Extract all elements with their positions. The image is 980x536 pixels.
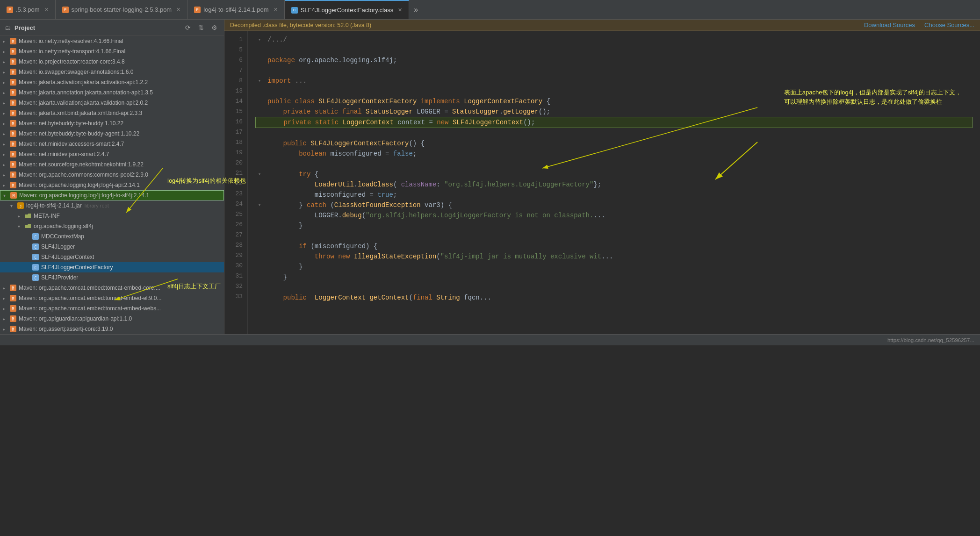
tree-arrow-icon[interactable] [3,152,9,157]
tree-arrow-icon[interactable] [3,49,9,54]
line-number: 15 [224,107,247,117]
tree-arrow-icon[interactable] [3,316,9,322]
tree-arrow-icon[interactable] [3,39,9,44]
tree-arrow-icon[interactable] [3,121,9,126]
download-sources-link[interactable]: Download Sources [864,21,915,29]
tree-file-icon: M [9,284,17,292]
tree-item[interactable]: MMaven: org.assertj:assertj-core:3.19.0 [0,324,224,334]
code-editor: Decompiled .class file, bytecode version… [224,20,980,334]
tree-arrow-icon[interactable] [3,59,9,64]
tree-arrow-icon[interactable] [3,100,9,106]
tree-arrow-icon[interactable] [3,70,9,75]
line-number: 8 [224,76,247,86]
tree-arrow-icon[interactable] [3,90,9,95]
gutter-empty [255,232,264,240]
tab-class1[interactable]: C SLF4JLoggerContextFactory.class ✕ [285,0,409,19]
tree-item[interactable]: Jlog4j-to-slf4j-2.14.1.jarlibrary root [0,200,224,211]
gutter-empty [255,139,264,148]
code-tokens: LOGGER.debug("org.slf4j.helpers.Log4jLog… [267,210,605,221]
tree-item[interactable]: MMaven: net.minidev:accessors-smart:2.4.… [0,139,224,149]
tree-item[interactable]: MMaven: org.apache.logging.log4j:log4j-t… [0,190,224,200]
tree-arrow-icon[interactable] [3,286,9,291]
tree-item[interactable]: MMaven: jakarta.annotation:jakarta.annot… [0,87,224,98]
tree-arrow-icon[interactable] [3,296,9,301]
tree-item[interactable]: CSLF4JLogger [0,242,224,252]
tree-file-icon: M [9,130,17,137]
svg-text:M: M [12,286,14,291]
token: } [267,222,303,229]
tab-pom2[interactable]: P spring-boot-starter-logging-2.5.3.pom … [56,0,188,19]
tree-arrow-icon[interactable] [3,183,9,188]
token: StatusLogger [366,108,413,115]
code-line [255,86,973,96]
tab-pom3[interactable]: P log4j-to-slf4j-2.14.1.pom ✕ [187,0,284,19]
tab-close-pom2[interactable]: ✕ [176,7,180,13]
tab-overflow[interactable]: » [409,6,423,14]
tree-item[interactable]: CSLF4JLoggerContextFactory [0,262,224,272]
fold-icon[interactable]: ▾ [255,170,264,179]
tree-item[interactable]: MMaven: org.apache.tomcat.embed:tomcat-e… [0,283,224,293]
sync-icon[interactable]: ⟳ [183,22,193,33]
tree-file-icon: M [9,58,17,65]
tree-arrow-icon[interactable] [3,142,9,147]
tree-item[interactable]: CMDCContextMap [0,231,224,242]
tree-arrow-icon[interactable] [3,131,9,136]
decompile-actions: Download Sources Choose Sources... [864,21,974,29]
tree-item[interactable]: MMaven: jakarta.xml.bind:jakarta.xml.bin… [0,108,224,118]
tree-item[interactable]: MMaven: io.projectreactor:reactor-core:3… [0,57,224,67]
code-line: private static final StatusLogger LOGGER… [255,107,973,117]
token: org.apache.logging.slf4j; [295,57,397,64]
gutter-empty [255,56,264,64]
code-content[interactable]: 1567813141516171819202122232425262728293… [224,31,980,334]
tree-arrow-icon[interactable] [3,327,9,332]
tree-item[interactable]: MMaven: jakarta.validation:jakarta.valid… [0,98,224,108]
tab-close-pom1[interactable]: ✕ [44,7,49,13]
tree-arrow-icon[interactable] [18,214,24,219]
tree-item[interactable]: MMaven: net.bytebuddy:byte-buddy:1.10.22 [0,118,224,129]
tree-item[interactable]: CSLF4JProvider [0,272,224,283]
token: boolean [267,150,326,157]
fold-icon[interactable]: ▾ [255,36,264,44]
tree-item[interactable]: MMaven: org.apache.logging.log4j:log4j-a… [0,180,224,190]
token: context = [394,119,437,126]
tree-arrow-icon[interactable] [3,80,9,85]
choose-sources-link[interactable]: Choose Sources... [924,21,974,29]
tree-item[interactable]: META-INF [0,211,224,221]
tree-arrow-icon[interactable] [3,162,9,167]
settings-gear-icon[interactable]: ⚙ [209,22,219,33]
tree-arrow-icon[interactable] [18,224,24,229]
token: SLF4JLoggerContextFactory [318,98,417,105]
tree-item[interactable]: MMaven: org.apache.tomcat.embed:tomcat-e… [0,303,224,314]
tree-item[interactable]: org.apache.logging.slf4j [0,221,224,231]
tree-item[interactable]: MMaven: org.apiguardian:apiguardian-api:… [0,314,224,324]
tree-item[interactable]: MMaven: net.minidev:json-smart:2.4.7 [0,149,224,159]
tree-item[interactable]: MMaven: io.netty:netty-transport:4.1.66.… [0,46,224,57]
fold-icon[interactable]: ▾ [255,77,264,85]
code-area[interactable]: ▾/.../package org.apache.logging.slf4j;▾… [248,31,980,334]
tree-item[interactable]: MMaven: org.apache.commons:commons-pool2… [0,170,224,180]
tree-arrow-icon[interactable] [3,172,9,178]
tree-file-icon: M [9,181,17,189]
tree-item[interactable]: MMaven: org.apache.tomcat.embed:tomcat-e… [0,293,224,303]
tree-item[interactable]: CSLF4JLoggerContext [0,252,224,262]
token: SLF4JLoggerContextFactory [310,140,409,147]
tab-pom1[interactable]: P .5.3.pom ✕ [0,0,56,19]
tree-item[interactable]: MMaven: io.netty:netty-resolver:4.1.66.F… [0,36,224,46]
tree-arrow-icon[interactable] [3,306,9,311]
token [339,119,342,126]
token: getLogger [503,108,539,115]
tab-close-class1[interactable]: ✕ [398,7,402,13]
tree-file-icon: M [9,48,17,55]
fold-icon[interactable]: ▾ [255,201,264,209]
line-number: 26 [224,220,247,230]
tree-item[interactable]: MMaven: net.sourceforge.nekohtml:nekohtm… [0,159,224,170]
token: private [267,108,310,115]
tree-arrow-icon[interactable] [3,193,10,198]
tab-close-pom3[interactable]: ✕ [274,7,278,13]
scope-icon[interactable]: ⇅ [196,22,206,33]
tree-item[interactable]: MMaven: jakarta.activation:jakarta.activ… [0,77,224,87]
tree-item[interactable]: MMaven: io.swagger:swagger-annotations:1… [0,67,224,77]
tree-arrow-icon[interactable] [3,111,9,116]
tree-item[interactable]: MMaven: net.bytebuddy:byte-buddy-agent:1… [0,129,224,139]
tree-arrow-icon[interactable] [10,203,17,208]
